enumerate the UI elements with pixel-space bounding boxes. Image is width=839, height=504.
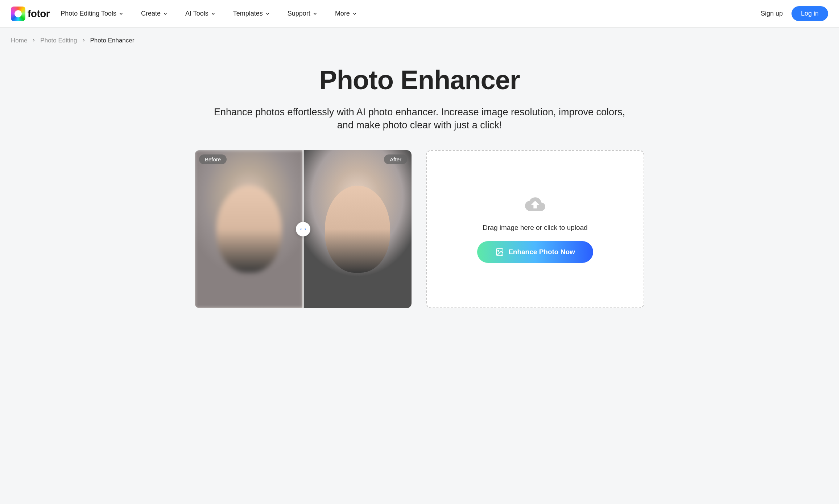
hero-section: Photo Enhancer Enhance photos effortless… [0,54,839,150]
content-row: Before After Drag image here or click to… [166,150,673,323]
nav-more[interactable]: More [335,10,357,17]
chevron-right-icon [82,37,86,44]
upload-dropzone[interactable]: Drag image here or click to upload Enhan… [426,150,644,308]
logo[interactable]: fotor [11,7,50,21]
chevron-down-icon [352,11,357,16]
nav-ai-tools[interactable]: AI Tools [185,10,216,17]
chevron-right-icon [32,37,36,44]
chevron-down-icon [119,11,124,16]
nav-label: Templates [233,10,263,17]
signup-link[interactable]: Sign up [761,10,783,17]
breadcrumb-home[interactable]: Home [11,37,27,44]
chevron-down-icon [265,11,270,16]
nav-label: Create [141,10,161,17]
breadcrumb: Home Photo Editing Photo Enhancer [0,28,839,54]
main-nav: Photo Editing Tools Create AI Tools Temp… [61,10,761,17]
after-image [303,150,412,308]
cloud-upload-icon [525,195,545,214]
before-after-comparison: Before After [195,150,412,308]
chevron-down-icon [313,11,318,16]
chevron-right-icon [304,227,307,231]
before-image [195,150,303,308]
upload-instruction: Drag image here or click to upload [483,224,587,232]
page-title: Photo Enhancer [11,65,828,95]
before-badge: Before [199,154,227,164]
nav-label: Photo Editing Tools [61,10,116,17]
page-subtitle: Enhance photos effortlessly with AI phot… [211,106,628,132]
nav-label: More [335,10,350,17]
nav-support[interactable]: Support [288,10,318,17]
nav-photo-editing-tools[interactable]: Photo Editing Tools [61,10,124,17]
breadcrumb-current: Photo Enhancer [90,37,135,44]
breadcrumb-photo-editing[interactable]: Photo Editing [40,37,77,44]
enhance-photo-button[interactable]: Enhance Photo Now [477,241,593,263]
chevron-left-icon [299,227,302,231]
login-button[interactable]: Log in [792,6,828,21]
nav-templates[interactable]: Templates [233,10,270,17]
logo-icon [11,7,25,21]
nav-label: AI Tools [185,10,208,17]
image-plus-icon [495,248,504,256]
compare-slider-handle[interactable] [296,222,310,236]
after-badge: After [384,154,407,164]
svg-point-1 [498,250,499,251]
chevron-down-icon [163,11,168,16]
nav-create[interactable]: Create [141,10,168,17]
logo-text: fotor [28,8,50,20]
nav-label: Support [288,10,310,17]
enhance-button-label: Enhance Photo Now [508,248,575,256]
main-header: fotor Photo Editing Tools Create AI Tool… [0,0,839,28]
chevron-down-icon [211,11,216,16]
auth-section: Sign up Log in [761,6,828,21]
